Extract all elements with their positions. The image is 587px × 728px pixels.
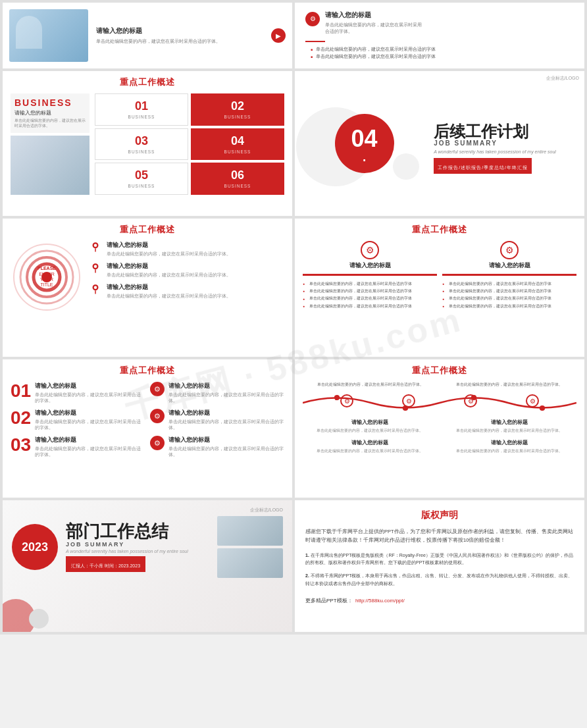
slide-row2-col1: 重点工作概述 BUSINESS 请输入您的标题 单击此处编辑您要的内容，建议您在… bbox=[3, 71, 292, 216]
item-num-1: 1. bbox=[305, 553, 309, 558]
item-text-2: 不得将千库网的PPT模板，本身用于再出售，作品出租、出售、转让、分发、发布或在作… bbox=[305, 573, 573, 586]
half-col-right-title: 请输入您的标题 bbox=[489, 261, 530, 270]
main-title-cn: 后续工作计划 bbox=[434, 124, 576, 140]
gear-sm-1: ⚙ bbox=[340, 394, 353, 407]
item-text-3: 请输入您的标题 单击此处编辑您要的内容，建议您在展示时采用合适的字体。 bbox=[107, 283, 231, 299]
num-item-title-01: 请输入您的标题 bbox=[35, 382, 145, 390]
num-item-content-01: 请输入您的标题 单击此处编辑您要的内容，建议您在展示时采用合适的字体。 bbox=[35, 382, 145, 403]
business-card: BUSINESS 请输入您的标题 单击此处编辑您要的内容，建议您在展示时采用合适… bbox=[11, 93, 89, 133]
num-desc-06: BUSINESS bbox=[224, 184, 251, 188]
slide-1-2-desc: 单击此处编辑您要的内容，建议您在展示时采用 bbox=[325, 22, 422, 28]
num-item-content-05: 请输入您的标题 单击此处编辑您要的内容，建议您在展示时采用合适的字体。 bbox=[168, 409, 284, 430]
svg-point-9 bbox=[94, 265, 97, 269]
bottom-desc-2: 单击此处编辑您要的内容，建议您在展示时采用合适的字体。 bbox=[456, 428, 563, 433]
num-label-04: 04 bbox=[231, 134, 244, 148]
bullet-item: 单击此处编辑您要的内容，建议您在展示时采用合适的字体 bbox=[303, 287, 437, 294]
slide-3-1-items: 请输入您的标题 单击此处编辑您要的内容，建议您在展示时采用合适的字体。 请输入您… bbox=[89, 241, 284, 313]
num-label-06: 06 bbox=[231, 169, 244, 182]
red-circle-icon: ▶ bbox=[271, 28, 286, 43]
desc-text-left: 单击此处编辑您要的内容，建议您在展示时采用合适的字体。 bbox=[303, 382, 438, 387]
list-item: 请输入您的标题 单击此处编辑您要的内容，建议您在展示时采用合适的字体。 bbox=[303, 439, 437, 454]
desc-box-left: 单击此处编辑您要的内容，建议您在展示时采用合适的字体。 bbox=[303, 382, 438, 387]
list-item: 请输入您的标题 单击此处编辑您要的内容，建议您在展示时采用合适的字体。 bbox=[89, 283, 284, 299]
slide-4-2-content: 单击此处编辑您要的内容，建议您在展示时采用合适的字体。 单击此处编辑您要的内容，… bbox=[303, 382, 576, 454]
bullet-item: 单击此处编辑您要的内容，建议您在展示时采用合适的字体 bbox=[303, 295, 437, 302]
num-box-03: 03 BUSINESS bbox=[95, 128, 188, 161]
half-col-right: ⚙ 请输入您的标题 单击此处编辑您要的内容，建议您在展示时采用合适的字体 单击此… bbox=[442, 241, 576, 310]
business-desc: 单击此处编辑您要的内容，建议您在展示时采用合适的字体。 bbox=[14, 118, 86, 129]
half-col-left: ⚙ 请输入您的标题 单击此处编辑您要的内容，建议您在展示时采用合适的字体 单击此… bbox=[303, 241, 437, 310]
bullet-item: 单击此处编辑您要的内容，建议您在展示时采用合适的字体 bbox=[442, 280, 576, 287]
slide-row4-col2: 重点工作概述 单击此处编辑您要的内容，建议您在展示时采用合适的字体。 单击此处编… bbox=[295, 359, 584, 498]
company-logo-5-1: 企业标志/LOGO bbox=[12, 507, 283, 513]
num-box-06: 06 BUSINESS bbox=[191, 163, 284, 195]
pin-icon-1 bbox=[89, 241, 101, 253]
title-text-1-2: 请输入您的标题 单击此处编辑您要的内容，建议您在展示时采用 合适的字体。 bbox=[325, 11, 422, 35]
num-box-02: 02 BUSINESS bbox=[191, 93, 284, 126]
slide-3-2-content: ⚙ 请输入您的标题 单击此处编辑您要的内容，建议您在展示时采用合适的字体 单击此… bbox=[303, 241, 576, 310]
main-dept-row: 2023 部门工作总结 JOB SUMMARY A wonderful sere… bbox=[12, 516, 283, 578]
list-item: 请输入您的标题 单击此处编辑您要的内容，建议您在展示时采用合适的字体。 bbox=[89, 262, 284, 278]
num-desc-03: BUSINESS bbox=[128, 149, 155, 154]
slide-1-1-desc: 单击此处编辑您要的内容，建议您在展示时采用合适的字体。 bbox=[96, 38, 263, 45]
num-item-content-02: 请输入您的标题 单击此处编辑您要的内容，建议您在展示时采用合适的字体。 bbox=[35, 409, 145, 430]
company-logo-2-2: 企业标志/LOGO bbox=[546, 75, 579, 82]
red-divider-left bbox=[303, 274, 437, 276]
dept-italic: A wonderful serenity has taken possessio… bbox=[66, 549, 209, 554]
bullet-item: 单击此处编辑您要的内容，建议您在展示时采用合适的字体 bbox=[442, 287, 576, 294]
num-label-01: 01 bbox=[135, 99, 148, 113]
gear-sm-4: ⚙ bbox=[526, 394, 539, 407]
list-item: ⚙ 请输入您的标题 单击此处编辑您要的内容，建议您在展示时采用合适的字体。 bbox=[150, 436, 284, 457]
desc-text-right: 单击此处编辑您要的内容，建议您在展示时采用合适的字体。 bbox=[442, 382, 576, 387]
dept-info-text: 汇报人：千小库 时间：2023.2023 bbox=[71, 563, 140, 568]
main-title-en: JOB SUMMARY bbox=[434, 140, 576, 147]
deco-circle-sm bbox=[393, 153, 419, 180]
bullet-item: 单击此处编辑您要的内容，建议您在展示时采用合适的字体 bbox=[311, 46, 574, 53]
bullet-list-1-2: 单击此处编辑您要的内容，建议您在展示时采用合适的字体 单击此处编辑您要的内容，建… bbox=[305, 46, 574, 61]
dept-main-title: 部门工作总结 bbox=[66, 522, 209, 541]
num-item-content-03: 请输入您的标题 单击此处编辑您要的内容，建议您在展示时采用合适的字体。 bbox=[35, 436, 145, 457]
half-col-left-header: ⚙ 请输入您的标题 bbox=[303, 241, 437, 270]
dept-info-bar: 汇报人：千小库 时间：2023.2023 bbox=[66, 556, 145, 572]
num-box-01: 01 BUSINESS bbox=[95, 93, 188, 126]
subtitle-italic: A wonderful serenity has taken possessio… bbox=[434, 149, 576, 154]
num-item-title-05: 请输入您的标题 bbox=[168, 409, 284, 417]
copyright-intro: 感谢您下载于千库网平台上提供的PPT作品，为了您和千库网以及原创作者的利益，请您… bbox=[305, 528, 574, 545]
banner-text: 工作报告/述职报告/季度总结/年终汇报 bbox=[438, 165, 528, 170]
gear-red-04: ⚙ bbox=[150, 382, 165, 396]
section-title-3-1: 重点工作概述 bbox=[11, 224, 284, 236]
list-item: 请输入您的标题 单击此处编辑您要的内容，建议您在展示时采用合适的字体。 bbox=[442, 419, 576, 433]
slide-5-1-content: 企业标志/LOGO 2023 部门工作总结 JOB SUMMARY A wond… bbox=[3, 500, 292, 632]
slide-row1-col2: ⚙ 请输入您的标题 单击此处编辑您要的内容，建议您在展示时采用 合适的字体。 单… bbox=[295, 3, 584, 68]
big-dot: . bbox=[362, 151, 367, 160]
num-label-03: 03 bbox=[135, 134, 148, 148]
list-item: 02 请输入您的标题 单击此处编辑您要的内容，建议您在展示时采用合适的字体。 bbox=[11, 409, 145, 430]
num-item-desc-05: 单击此处编辑您要的内容，建议您在展示时采用合适的字体。 bbox=[168, 419, 284, 430]
slide-2-1-right: 01 BUSINESS 02 BUSINESS 03 BUSINESS 04 B… bbox=[95, 93, 284, 195]
bullet-list-left: 单击此处编辑您要的内容，建议您在展示时采用合适的字体 单击此处编辑您要的内容，建… bbox=[303, 280, 437, 310]
num-box-04: 04 BUSINESS bbox=[191, 128, 284, 161]
section-title-2-1: 重点工作概述 bbox=[11, 76, 284, 88]
slide-3-1-content: PLEASE ENTER YOUR TITLE 请输入您的标题 单击此处编辑您要… bbox=[11, 241, 284, 313]
bullet-item: 单击此处编辑您要的内容，建议您在展示时采用合适的字体 bbox=[442, 302, 576, 309]
num-header-01: 01 请输入您的标题 单击此处编辑您要的内容，建议您在展示时采用合适的字体。 bbox=[11, 382, 145, 403]
slide-photos bbox=[217, 516, 283, 578]
dept-sub-en: JOB SUMMARY bbox=[66, 541, 209, 548]
copyright-title: 版权声明 bbox=[305, 509, 574, 521]
photo-placeholder bbox=[9, 9, 88, 62]
slide-row2-col2: 企业标志/LOGO 04 . 后续工作计划 JOB SUMMARY A wond… bbox=[295, 71, 584, 216]
business-word: BUSINESS bbox=[14, 97, 86, 108]
bottom-desc-3: 单击此处编辑您要的内容，建议您在展示时采用合适的字体。 bbox=[317, 448, 423, 454]
list-item: 03 请输入您的标题 单击此处编辑您要的内容，建议您在展示时采用合适的字体。 bbox=[11, 436, 145, 457]
section-title-3-2: 重点工作概述 bbox=[303, 224, 576, 236]
more-link: http://588ku.com/ppt/ bbox=[355, 598, 405, 604]
list-item: ⚙ 请输入您的标题 单击此处编辑您要的内容，建议您在展示时采用合适的字体。 bbox=[150, 409, 284, 430]
bullet-item: 单击此处编辑您要的内容，建议您在展示时采用合适的字体 bbox=[303, 302, 437, 309]
num-item-content-06: 请输入您的标题 单击此处编辑您要的内容，建议您在展示时采用合适的字体。 bbox=[168, 436, 284, 457]
item-text-2: 请输入您的标题 单击此处编辑您要的内容，建议您在展示时采用合适的字体。 bbox=[107, 262, 231, 278]
slide-row3-col2: 重点工作概述 ⚙ 请输入您的标题 单击此处编辑您要的内容，建议您在展示时采用合适… bbox=[295, 219, 584, 357]
business-sub: 请输入您的标题 bbox=[14, 109, 86, 117]
list-item: 01 请输入您的标题 单击此处编辑您要的内容，建议您在展示时采用合适的字体。 bbox=[11, 382, 145, 403]
num-desc-05: BUSINESS bbox=[128, 184, 155, 188]
item-desc-1: 单击此处编辑您要的内容，建议您在展示时采用合适的字体。 bbox=[107, 251, 231, 257]
